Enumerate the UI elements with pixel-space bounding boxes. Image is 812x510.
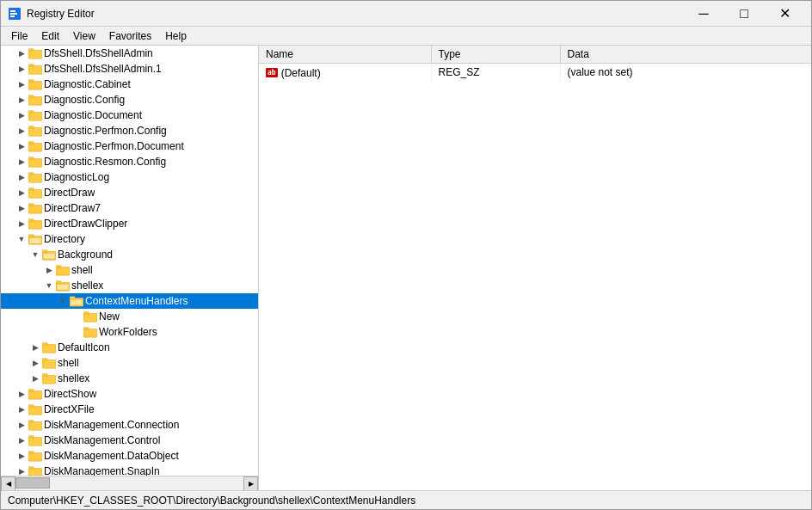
expand-arrow[interactable] — [15, 433, 28, 448]
expand-arrow[interactable] — [15, 108, 28, 123]
tree-item[interactable]: Diagnostic.Cabinet — [1, 77, 258, 92]
expand-arrow[interactable] — [28, 247, 42, 262]
tree-item[interactable]: DiskManagement.SnapIn — [1, 464, 258, 476]
expand-arrow[interactable] — [15, 417, 28, 433]
tree-item[interactable]: shellex — [1, 371, 258, 386]
expand-arrow[interactable] — [15, 138, 28, 154]
tree-item-label: shell — [71, 264, 93, 276]
tree-item[interactable]: Diagnostic.Resmon.Config — [1, 154, 258, 169]
svg-rect-2 — [10, 13, 17, 15]
folder-icon — [28, 232, 42, 246]
svg-rect-58 — [28, 437, 42, 445]
expand-arrow[interactable] — [42, 278, 56, 293]
tree-item[interactable]: ContextMenuHandlers — [1, 293, 258, 309]
expand-arrow[interactable] — [15, 123, 28, 138]
hscroll-right[interactable]: ▶ — [243, 476, 258, 491]
tree-item[interactable]: shellex — [1, 278, 258, 293]
expand-arrow[interactable] — [56, 293, 70, 309]
hscroll-left[interactable]: ◀ — [1, 476, 15, 491]
expand-arrow[interactable] — [15, 464, 28, 476]
expand-arrow[interactable] — [15, 154, 28, 169]
folder-icon — [28, 418, 42, 432]
expand-arrow[interactable] — [15, 402, 28, 417]
tree-item[interactable]: shell — [1, 262, 258, 278]
folder-icon — [28, 464, 42, 476]
tree-item[interactable]: DirectXFile — [1, 402, 258, 417]
tree-item[interactable]: DirectShow — [1, 386, 258, 402]
tree-item[interactable]: DiskManagement.DataObject — [1, 448, 258, 464]
tree-item[interactable]: New — [1, 309, 258, 324]
tree-item[interactable]: DfsShell.DfsShellAdmin — [1, 46, 258, 61]
col-data[interactable]: Data — [560, 46, 811, 64]
svg-rect-37 — [56, 281, 61, 284]
close-button[interactable]: ✕ — [765, 1, 804, 27]
tree-item[interactable]: Background — [1, 247, 258, 262]
menu-file[interactable]: File — [4, 28, 34, 44]
tree-item[interactable]: DirectDrawClipper — [1, 216, 258, 231]
col-name[interactable]: Name — [259, 46, 431, 64]
tree-scroll[interactable]: DfsShell.DfsShellAdmin DfsShell.DfsShell… — [1, 46, 258, 476]
expand-arrow[interactable] — [15, 61, 28, 77]
minimize-button[interactable]: ─ — [684, 1, 723, 27]
hscroll-thumb[interactable] — [15, 477, 50, 488]
registry-table[interactable]: Name Type Data ab (Default) — [259, 46, 811, 490]
tree-item[interactable]: DefaultIcon — [1, 340, 258, 355]
expand-arrow[interactable] — [70, 324, 83, 340]
expand-arrow[interactable] — [42, 262, 56, 278]
svg-rect-6 — [28, 65, 42, 74]
maximize-button[interactable]: □ — [724, 1, 764, 27]
folder-icon — [28, 155, 42, 169]
expand-arrow[interactable] — [15, 200, 28, 216]
expand-arrow[interactable] — [15, 46, 28, 61]
right-pane: Name Type Data ab (Default) — [259, 46, 811, 490]
svg-rect-25 — [28, 204, 34, 206]
tree-item[interactable]: DiskManagement.Connection — [1, 417, 258, 433]
svg-rect-15 — [28, 126, 34, 129]
expand-arrow[interactable] — [15, 169, 28, 185]
expand-arrow[interactable] — [15, 448, 28, 464]
col-type[interactable]: Type — [431, 46, 560, 64]
folder-icon — [70, 294, 83, 308]
svg-rect-7 — [28, 65, 34, 67]
tree-item[interactable]: Diagnostic.Perfmon.Document — [1, 138, 258, 154]
hscroll-track[interactable] — [15, 476, 243, 490]
tree-item[interactable]: DiagnosticLog — [1, 169, 258, 185]
tree-item[interactable]: Diagnostic.Document — [1, 108, 258, 123]
tree-item[interactable]: DiskManagement.Control — [1, 433, 258, 448]
tree-item[interactable]: Diagnostic.Perfmon.Config — [1, 123, 258, 138]
expand-arrow[interactable] — [15, 77, 28, 92]
tree-item[interactable]: shell — [1, 355, 258, 371]
folder-icon — [28, 77, 42, 91]
tree-item[interactable]: WorkFolders — [1, 324, 258, 340]
window-title: Registry Editor — [27, 8, 684, 20]
menu-help[interactable]: Help — [158, 28, 194, 44]
tree-item-label: DirectShow — [44, 388, 96, 400]
tree-item[interactable]: DirectDraw7 — [1, 200, 258, 216]
expand-arrow[interactable] — [70, 309, 83, 324]
svg-rect-30 — [29, 237, 41, 243]
menu-view[interactable]: View — [66, 28, 102, 44]
menu-favorites[interactable]: Favorites — [102, 28, 158, 44]
tree-item[interactable]: DfsShell.DfsShellAdmin.1 — [1, 61, 258, 77]
table-row[interactable]: ab (Default) REG_SZ (value not set) — [259, 64, 811, 81]
svg-rect-42 — [83, 313, 97, 322]
tree-hscrollbar[interactable]: ◀ ▶ — [1, 476, 258, 490]
expand-arrow[interactable] — [15, 386, 28, 402]
svg-rect-17 — [28, 142, 34, 144]
expand-arrow[interactable] — [15, 185, 28, 200]
expand-arrow[interactable] — [15, 216, 28, 231]
expand-arrow[interactable] — [28, 340, 42, 355]
row-type: REG_SZ — [431, 64, 560, 81]
svg-rect-13 — [28, 111, 34, 114]
tree-item-label: DirectXFile — [44, 403, 95, 415]
expand-arrow[interactable] — [15, 231, 28, 247]
menu-edit[interactable]: Edit — [34, 28, 66, 44]
tree-item[interactable]: Directory — [1, 231, 258, 247]
svg-rect-35 — [56, 266, 61, 268]
svg-rect-26 — [28, 220, 42, 229]
tree-item[interactable]: Diagnostic.Config — [1, 92, 258, 108]
expand-arrow[interactable] — [15, 92, 28, 108]
expand-arrow[interactable] — [28, 355, 42, 371]
expand-arrow[interactable] — [28, 371, 42, 386]
tree-item[interactable]: DirectDraw — [1, 185, 258, 200]
